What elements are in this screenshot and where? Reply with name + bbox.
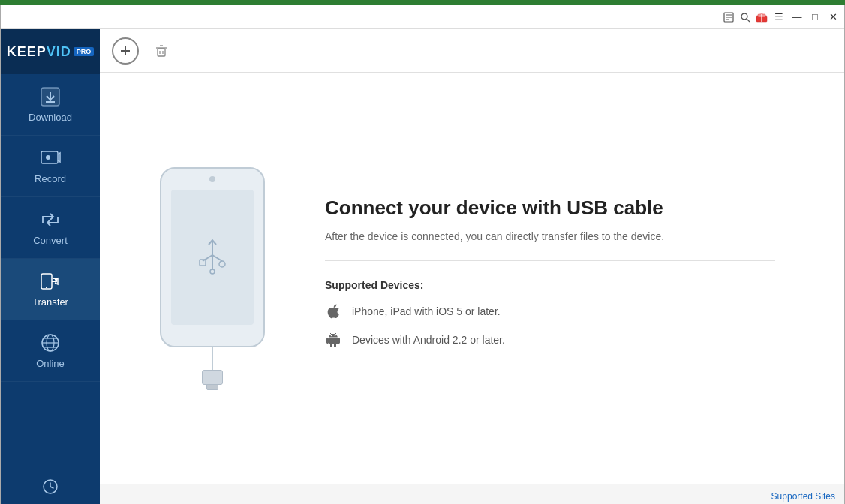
- divider: [325, 260, 775, 261]
- online-icon: [40, 332, 61, 353]
- apple-device-text: iPhone, iPad with iOS 5 or later.: [352, 305, 501, 317]
- sidebar-logo: KEEPVID PRO: [1, 29, 100, 74]
- svg-line-42: [330, 333, 332, 334]
- download-icon: [40, 86, 61, 107]
- android-device-item: Devices with Android 2.2 or later.: [325, 332, 775, 348]
- info-panel: Connect your device with USB cable After…: [325, 196, 775, 360]
- apple-device-item: iPhone, iPad with iOS 5 or later.: [325, 303, 775, 320]
- record-label: Record: [35, 173, 66, 184]
- note-icon[interactable]: [723, 11, 735, 23]
- svg-line-43: [335, 333, 336, 334]
- title-bar-controls: ☰ — □ ✕: [723, 10, 840, 24]
- svg-line-5: [747, 19, 750, 22]
- phone-body: [160, 167, 265, 347]
- app-name: KEEPVID: [7, 44, 71, 60]
- download-label: Download: [29, 112, 72, 123]
- transfer-content: Connect your device with USB cable After…: [100, 73, 844, 484]
- window-frame: ☰ — □ ✕ KEEPVID PRO: [0, 4, 845, 504]
- svg-point-17: [46, 286, 47, 288]
- svg-point-14: [46, 155, 50, 160]
- usb-symbol: [192, 232, 233, 281]
- svg-point-40: [331, 335, 332, 337]
- sidebar-item-download[interactable]: Download: [1, 74, 100, 136]
- svg-point-38: [219, 261, 225, 267]
- add-button[interactable]: [112, 38, 139, 64]
- status-bar: Supported Sites: [100, 484, 844, 504]
- transfer-title: Connect your device with USB cable: [325, 196, 775, 220]
- title-bar: ☰ — □ ✕: [1, 5, 844, 29]
- clock-icon[interactable]: [42, 478, 59, 499]
- supported-heading: Supported Devices:: [325, 279, 775, 291]
- record-icon: [40, 148, 61, 169]
- convert-label: Convert: [33, 235, 68, 246]
- android-icon: [325, 332, 341, 348]
- minimize-icon[interactable]: —: [790, 10, 804, 24]
- svg-line-26: [50, 487, 53, 488]
- svg-point-4: [741, 14, 747, 20]
- android-device-text: Devices with Android 2.2 or later.: [352, 334, 505, 346]
- main-layout: KEEPVID PRO Download: [1, 29, 844, 504]
- sidebar-item-online[interactable]: Online: [1, 320, 100, 382]
- sidebar: KEEPVID PRO Download: [1, 29, 100, 504]
- device-illustration: [160, 167, 265, 390]
- sidebar-item-transfer[interactable]: Transfer: [1, 259, 100, 320]
- convert-icon: [40, 209, 61, 230]
- usb-cable: [212, 347, 213, 370]
- usb-connector-bottom: [206, 384, 218, 390]
- close-icon[interactable]: ✕: [826, 10, 840, 24]
- sidebar-item-record[interactable]: Record: [1, 136, 100, 197]
- svg-line-35: [203, 255, 212, 261]
- phone-screen: [171, 190, 254, 325]
- gift-icon[interactable]: [756, 11, 768, 23]
- usb-connector: [202, 370, 223, 385]
- search-icon[interactable]: [739, 11, 751, 23]
- sidebar-item-convert[interactable]: Convert: [1, 197, 100, 259]
- apple-icon: [325, 303, 341, 320]
- toolbar: [100, 29, 844, 73]
- pro-badge: PRO: [74, 47, 95, 56]
- delete-button[interactable]: [148, 38, 175, 64]
- transfer-icon: [40, 271, 61, 292]
- transfer-subtitle: After the device is connected, you can d…: [325, 230, 775, 242]
- svg-line-37: [212, 255, 222, 261]
- transfer-label: Transfer: [32, 296, 68, 308]
- maximize-icon[interactable]: □: [808, 10, 822, 24]
- sidebar-bottom: [1, 470, 100, 504]
- supported-sites-link[interactable]: Supported Sites: [771, 491, 835, 502]
- online-label: Online: [36, 358, 65, 369]
- content-area: Connect your device with USB cable After…: [100, 29, 844, 504]
- menu-icon[interactable]: ☰: [772, 10, 786, 24]
- svg-rect-29: [158, 49, 165, 56]
- svg-point-41: [335, 335, 336, 337]
